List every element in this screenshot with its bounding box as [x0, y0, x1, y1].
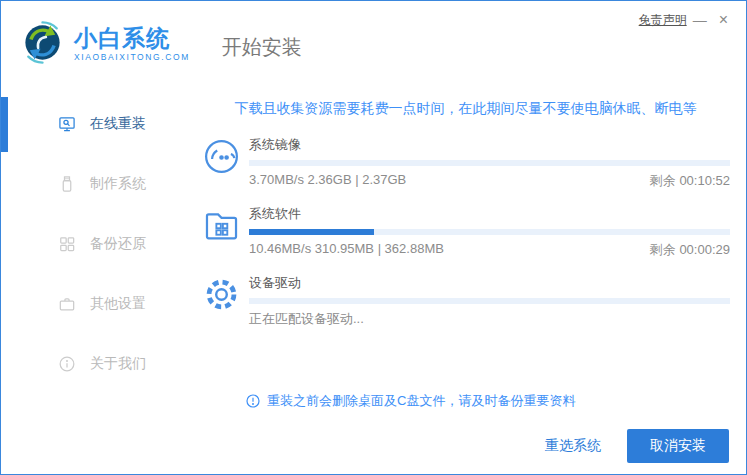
task-row-system-image: 系统镜像 3.70MB/s 2.36GB | 2.37GB 剩余 00:10:5… — [201, 135, 730, 190]
monitor-search-icon — [57, 114, 77, 134]
task-detail: 正在匹配设备驱动... — [249, 310, 364, 328]
sidebar-item-label: 关于我们 — [90, 355, 146, 373]
page-title: 开始安装 — [222, 34, 302, 61]
task-detail: 10.46MB/s 310.95MB | 362.88MB — [249, 241, 444, 259]
progress-bar — [249, 229, 730, 235]
task-list: 系统镜像 3.70MB/s 2.36GB | 2.37GB 剩余 00:10:5… — [201, 135, 730, 328]
sidebar: 在线重装 制作系统 — [1, 87, 181, 475]
brand-logo: 小白系统 XIAOBAIXITONG.COM — [19, 19, 190, 70]
progress-fill — [249, 229, 374, 235]
brand-text: 小白系统 XIAOBAIXITONG.COM — [74, 26, 190, 62]
task-content: 系统软件 10.46MB/s 310.95MB | 362.88MB 剩余 00… — [249, 204, 730, 259]
sidebar-item-label: 其他设置 — [90, 295, 146, 313]
task-row-device-driver: 设备驱动 正在匹配设备驱动... — [201, 273, 730, 328]
backup-grid-icon — [57, 234, 77, 254]
cancel-install-button[interactable]: 取消安装 — [627, 429, 729, 463]
sidebar-item-label: 备份还原 — [90, 235, 146, 253]
warning-text: 重装之前会删除桌面及C盘文件，请及时备份重要资料 — [267, 392, 575, 410]
sidebar-item-online-reinstall[interactable]: 在线重装 — [1, 94, 181, 154]
software-folder-icon — [201, 205, 242, 246]
task-content: 系统镜像 3.70MB/s 2.36GB | 2.37GB 剩余 00:10:5… — [249, 135, 730, 190]
close-button[interactable]: × — [713, 10, 734, 30]
task-name: 系统镜像 — [249, 135, 730, 154]
task-remaining: 剩余 00:10:52 — [650, 172, 730, 190]
disclaimer-link[interactable]: 免责声明 — [639, 12, 687, 29]
active-indicator — [1, 97, 8, 152]
task-name: 设备驱动 — [249, 273, 730, 292]
task-content: 设备驱动 正在匹配设备驱动... — [249, 273, 730, 328]
reselect-system-button[interactable]: 重选系统 — [545, 437, 601, 455]
app-window: 小白系统 XIAOBAIXITONG.COM 开始安装 免责声明 — × — [0, 0, 747, 475]
task-stats: 3.70MB/s 2.36GB | 2.37GB 剩余 00:10:52 — [249, 172, 730, 190]
footer-actions: 重选系统 取消安装 — [545, 429, 729, 463]
sidebar-item-about-us[interactable]: 关于我们 — [1, 334, 181, 394]
sidebar-item-label: 在线重装 — [90, 115, 146, 133]
task-detail: 3.70MB/s 2.36GB | 2.37GB — [249, 172, 406, 190]
minimize-button[interactable]: — — [687, 11, 713, 29]
info-circle-icon — [57, 354, 77, 374]
main-content: 下载且收集资源需要耗费一点时间，在此期间尽量不要使电脑休眠、断电等 — [181, 87, 746, 475]
gear-icon — [201, 274, 242, 315]
header: 小白系统 XIAOBAIXITONG.COM 开始安装 免责声明 — × — [1, 1, 746, 87]
progress-bar — [249, 298, 730, 304]
progress-bar — [249, 160, 730, 166]
task-stats: 10.46MB/s 310.95MB | 362.88MB 剩余 00:00:2… — [249, 241, 730, 259]
system-image-icon — [201, 136, 242, 177]
backup-warning: 重装之前会删除桌面及C盘文件，请及时备份重要资料 — [245, 392, 730, 410]
sidebar-item-other-settings[interactable]: 其他设置 — [1, 274, 181, 334]
sidebar-item-backup-restore[interactable]: 备份还原 — [1, 214, 181, 274]
sidebar-item-label: 制作系统 — [90, 175, 146, 193]
download-notice: 下载且收集资源需要耗费一点时间，在此期间尽量不要使电脑休眠、断电等 — [201, 100, 730, 118]
brand-name: 小白系统 — [74, 26, 190, 50]
briefcase-icon — [57, 294, 77, 314]
body: 在线重装 制作系统 — [1, 87, 746, 475]
brand-site: XIAOBAIXITONG.COM — [74, 52, 190, 62]
exclamation-circle-icon — [245, 393, 261, 409]
titlebar-controls: 免责声明 — × — [639, 10, 734, 30]
task-row-system-software: 系统软件 10.46MB/s 310.95MB | 362.88MB 剩余 00… — [201, 204, 730, 259]
app-logo-icon — [19, 19, 66, 70]
usb-drive-icon — [57, 174, 77, 194]
sidebar-item-make-system[interactable]: 制作系统 — [1, 154, 181, 214]
task-stats: 正在匹配设备驱动... — [249, 310, 730, 328]
task-name: 系统软件 — [249, 204, 730, 223]
task-remaining: 剩余 00:00:29 — [650, 241, 730, 259]
